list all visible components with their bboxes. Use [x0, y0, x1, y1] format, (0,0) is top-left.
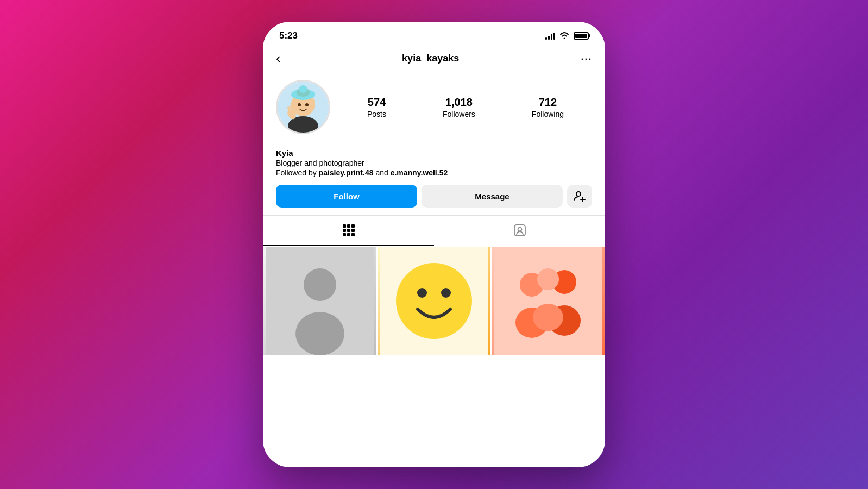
- signal-icon: [545, 32, 555, 40]
- svg-rect-14: [514, 225, 525, 236]
- svg-point-22: [441, 288, 451, 298]
- following-label: Following: [532, 110, 564, 118]
- message-button[interactable]: Message: [422, 185, 563, 208]
- photo-thumb-1[interactable]: [263, 247, 376, 355]
- more-options-button[interactable]: ···: [581, 52, 592, 66]
- status-icons: [545, 32, 589, 41]
- nav-bar: ‹ kyia_kayaks ···: [263, 46, 605, 73]
- svg-point-21: [417, 288, 427, 298]
- svg-point-6: [298, 103, 301, 106]
- tab-grid[interactable]: [263, 216, 434, 246]
- svg-point-17: [304, 268, 336, 301]
- stats-container: 574 Posts 1,018 Followers 712 Following: [339, 96, 592, 118]
- follow-button[interactable]: Follow: [276, 185, 417, 208]
- following-stat[interactable]: 712 Following: [532, 96, 564, 118]
- svg-point-11: [576, 192, 581, 196]
- profile-stats-row: 574 Posts 1,018 Followers 712 Following: [276, 80, 592, 134]
- back-button[interactable]: ‹: [276, 50, 281, 67]
- tab-tagged[interactable]: [434, 216, 605, 246]
- photo-thumb-2[interactable]: [378, 247, 490, 355]
- followed-by-text: Followed by paisley.print.48 and e.manny…: [276, 168, 592, 177]
- display-name: Kyia: [276, 148, 592, 158]
- tab-bar: [263, 215, 605, 246]
- followers-stat[interactable]: 1,018 Followers: [443, 96, 475, 118]
- posts-stat[interactable]: 574 Posts: [367, 96, 386, 118]
- svg-point-7: [305, 103, 309, 106]
- following-count: 712: [539, 96, 557, 109]
- profile-section: 574 Posts 1,018 Followers 712 Following: [263, 73, 605, 143]
- posts-label: Posts: [367, 110, 386, 118]
- avatar[interactable]: [276, 80, 330, 134]
- action-buttons: Follow Message: [263, 177, 605, 215]
- follower-1[interactable]: paisley.print.48: [319, 168, 374, 177]
- profile-info: Kyia Blogger and photographer Followed b…: [263, 143, 605, 177]
- avatar-image: [278, 82, 329, 133]
- posts-count: 574: [368, 96, 386, 109]
- svg-line-9: [288, 108, 290, 111]
- svg-point-28: [537, 268, 559, 290]
- svg-point-29: [533, 304, 563, 331]
- svg-line-10: [291, 106, 292, 110]
- battery-icon: [574, 32, 589, 40]
- add-person-button[interactable]: [567, 185, 592, 208]
- followers-label: Followers: [443, 110, 475, 118]
- svg-point-18: [295, 312, 344, 355]
- follower-2[interactable]: e.manny.well.52: [391, 168, 448, 177]
- tagged-icon: [513, 223, 527, 237]
- svg-point-15: [518, 228, 521, 231]
- status-time: 5:23: [279, 30, 298, 41]
- photo-grid: [263, 246, 605, 467]
- svg-rect-23: [494, 247, 602, 355]
- photo-thumb-3[interactable]: [492, 247, 605, 355]
- svg-point-5: [299, 85, 307, 93]
- status-bar: 5:23: [263, 22, 605, 46]
- phone-frame: 5:23 ‹ kyia_kayaks ···: [263, 22, 605, 467]
- svg-point-20: [396, 263, 472, 339]
- bio-text: Blogger and photographer: [276, 159, 592, 167]
- followers-count: 1,018: [445, 96, 473, 109]
- profile-username: kyia_kayaks: [402, 53, 459, 64]
- grid-icon: [343, 224, 355, 236]
- wifi-icon: [559, 32, 569, 41]
- add-person-icon: [574, 190, 586, 202]
